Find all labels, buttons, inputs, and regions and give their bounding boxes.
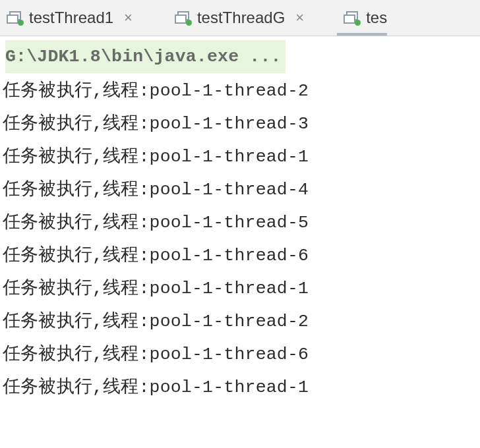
- tab-label: testThread1: [29, 9, 113, 27]
- close-icon[interactable]: ×: [124, 11, 133, 25]
- console-line: 任务被执行,线程:pool-1-thread-1: [3, 371, 477, 404]
- console-line: 任务被执行,线程:pool-1-thread-5: [3, 206, 477, 239]
- console-line: 任务被执行,线程:pool-1-thread-2: [3, 74, 477, 107]
- tab-testthreadg[interactable]: testThreadG ×: [168, 0, 313, 36]
- tab-testthread1[interactable]: testThread1 ×: [0, 0, 142, 36]
- tab-label: testThreadG: [197, 9, 285, 27]
- console-line: 任务被执行,线程:pool-1-thread-1: [3, 272, 477, 305]
- tab-bar: testThread1 × testThreadG × tes: [0, 0, 480, 36]
- run-config-icon: [344, 11, 359, 24]
- console-line: 任务被执行,线程:pool-1-thread-6: [3, 239, 477, 272]
- console-line: 任务被执行,线程:pool-1-thread-2: [3, 305, 477, 338]
- console-line: 任务被执行,线程:pool-1-thread-6: [3, 338, 477, 371]
- console-output: G:\JDK1.8\bin\java.exe ... 任务被执行,线程:pool…: [0, 36, 480, 404]
- tab-tes-partial[interactable]: tes: [337, 0, 387, 36]
- console-command-line: G:\JDK1.8\bin\java.exe ...: [5, 40, 285, 73]
- console-line: 任务被执行,线程:pool-1-thread-4: [3, 173, 477, 206]
- tab-label: tes: [366, 9, 387, 27]
- close-icon[interactable]: ×: [295, 11, 304, 25]
- console-line: 任务被执行,线程:pool-1-thread-3: [3, 107, 477, 140]
- console-line: 任务被执行,线程:pool-1-thread-1: [3, 140, 477, 173]
- run-config-icon: [175, 11, 191, 24]
- run-config-icon: [7, 11, 22, 24]
